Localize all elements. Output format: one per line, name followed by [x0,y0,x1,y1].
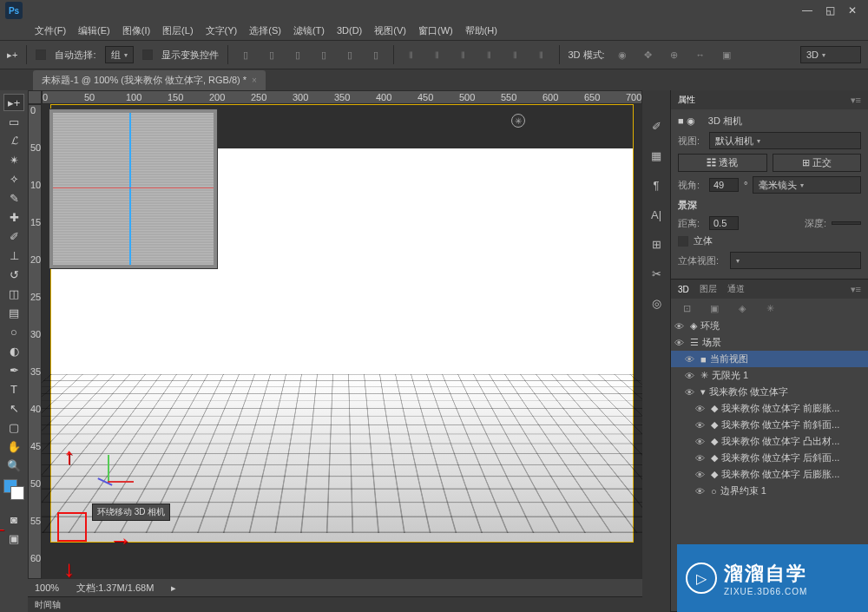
close-icon[interactable]: × [252,76,257,85]
perspective-button[interactable]: ☷ 透视 [678,154,767,172]
ruler-origin[interactable] [28,90,42,104]
menu-filter[interactable]: 滤镜(T) [288,23,330,39]
menu-type[interactable]: 文字(Y) [201,23,243,39]
heal-tool[interactable]: ✚ [3,208,24,226]
menu-edit[interactable]: 编辑(E) [73,23,115,39]
min-button[interactable]: — [797,3,818,18]
timeline-panel[interactable]: 时间轴 [28,596,642,612]
history-brush-tool[interactable]: ↺ [3,266,24,283]
minidock-para-icon[interactable]: A| [647,205,666,224]
mode3d-pan-icon[interactable]: ✥ [640,46,657,63]
ruler-vertical[interactable]: 050100150200250300350400450500550600650 [28,104,42,579]
scene-item[interactable]: 👁◆我来教你 做立体字 后膨胀... [671,466,868,483]
wand-tool[interactable]: ✴ [3,151,24,168]
mode3d-scale-icon[interactable]: ↔ [692,46,709,63]
scene-item[interactable]: 👁◆我来教你 做立体字 前膨胀... [671,400,868,417]
minidock-swatches-icon[interactable]: ▦ [647,146,666,165]
align-icon-5[interactable]: ▯ [341,46,358,63]
mode3d-move-icon[interactable]: ⊕ [666,46,683,63]
pen-tool[interactable]: ✒ [3,361,24,378]
menu-help[interactable]: 帮助(H) [460,23,503,39]
align-icon-4[interactable]: ▯ [315,46,332,63]
visibility-icon[interactable]: 👁 [685,354,697,365]
depth-field[interactable] [832,221,861,225]
menu-3d[interactable]: 3D(D) [332,23,367,37]
visibility-icon[interactable]: 👁 [695,486,707,497]
docsize-label[interactable]: 文档:1.37M/1.68M [76,582,154,595]
visibility-icon[interactable]: 👁 [685,371,697,381]
scene-item[interactable]: 👁◈环境 [671,318,868,334]
align-icon-6[interactable]: ▯ [367,46,385,63]
menu-image[interactable]: 图像(I) [117,23,155,39]
visibility-icon[interactable]: 👁 [695,437,707,447]
visibility-icon[interactable]: 👁 [695,453,707,464]
lens-dropdown[interactable]: 毫米镜头 [753,176,861,194]
color-swatches[interactable] [3,479,24,500]
dodge-tool[interactable]: ◐ [3,342,24,359]
scene-item[interactable]: 👁▾我来教你 做立体字 [671,384,868,400]
auto-select-dropdown[interactable]: 组 [105,46,134,63]
align-icon-3[interactable]: ▯ [289,46,306,63]
path-select-tool[interactable]: ↖ [3,399,24,417]
dist-field[interactable]: 0.5 [709,216,739,230]
visibility-icon[interactable]: 👁 [695,470,707,480]
view-dropdown[interactable]: 默认相机 [709,132,861,149]
scene-panel-menu-icon[interactable]: ▾≡ [851,284,861,295]
eyedropper-tool[interactable]: ✎ [3,189,24,207]
align-icon-1[interactable]: ▯ [237,46,254,63]
filter-light-icon[interactable]: ✳ [761,299,779,317]
scene-item[interactable]: 👁○边界约束 1 [671,483,868,499]
zoom-label[interactable]: 100% [35,582,59,593]
stereo-checkbox[interactable] [678,236,688,247]
minidock-char-icon[interactable]: ¶ [647,175,666,194]
properties-tab[interactable]: 属性 [678,94,695,106]
brush-tool[interactable]: ✐ [3,227,24,245]
align-icon-2[interactable]: ▯ [263,46,280,63]
scene-item[interactable]: 👁◆我来教你 做立体字 前斜面... [671,417,868,433]
zoom-tool[interactable]: 🔍 [3,457,24,474]
dist-icon-6[interactable]: ⫴ [533,46,550,63]
visibility-icon[interactable]: 👁 [685,387,697,398]
mode3d-orbit-icon[interactable]: ◉ [614,46,631,63]
minidock-cc-icon[interactable]: ◎ [647,293,666,313]
dist-icon-3[interactable]: ⫴ [455,46,472,63]
auto-select-checkbox[interactable] [36,49,46,60]
background-swatch[interactable] [10,486,24,500]
type-tool[interactable]: T [3,380,24,398]
close-button[interactable]: ✕ [842,3,863,18]
dist-icon-2[interactable]: ⫴ [429,46,446,63]
eraser-tool[interactable]: ◫ [3,285,24,302]
fov-field[interactable]: 49 [709,178,739,192]
visibility-icon[interactable]: 👁 [674,321,687,332]
filter-material-icon[interactable]: ◈ [733,299,751,317]
canvas[interactable]: 我来教你 做立体字 ✳ ↑ ↓ [42,104,642,579]
mode3d-dropdown[interactable]: 3D [800,46,861,63]
minidock-adjust-icon[interactable]: ✂ [647,264,666,283]
ruler-horizontal[interactable]: 0501001502002503003504004505005506006507… [42,90,642,104]
ortho-button[interactable]: ⊞ 正交 [773,154,862,172]
hand-tool[interactable]: ✋ [3,438,24,455]
scene-item[interactable]: 👁☰场景 [671,334,868,351]
visibility-icon[interactable]: 👁 [695,404,707,414]
panel-tab-channels[interactable]: 通道 [727,283,745,295]
restore-button[interactable]: ◱ [819,3,840,18]
scene-item[interactable]: 👁✳无限光 1 [671,367,868,384]
panel-menu-icon[interactable]: ▾≡ [851,95,861,106]
dist-icon-5[interactable]: ⫴ [507,46,524,63]
dist-icon-1[interactable]: ⫴ [403,46,420,63]
gradient-tool[interactable]: ▤ [3,304,24,321]
blur-tool[interactable]: ○ [3,323,24,340]
visibility-icon[interactable]: 👁 [674,338,687,348]
show-transform-checkbox[interactable] [142,49,153,60]
axis-gizmo[interactable] [90,455,134,498]
menu-file[interactable]: 文件(F) [30,23,71,39]
menu-view[interactable]: 视图(V) [369,23,411,39]
scene-item[interactable]: 👁■当前视图 [671,351,868,367]
stamp-tool[interactable]: ⊥ [3,247,24,264]
filter-scene-icon[interactable]: ⊡ [678,299,695,317]
shape-tool[interactable]: ▢ [3,418,24,436]
menu-window[interactable]: 窗口(W) [413,23,458,39]
move-tool[interactable]: ▸+ [3,94,24,111]
stereoview-dropdown[interactable] [730,252,861,269]
menu-select[interactable]: 选择(S) [244,23,286,39]
